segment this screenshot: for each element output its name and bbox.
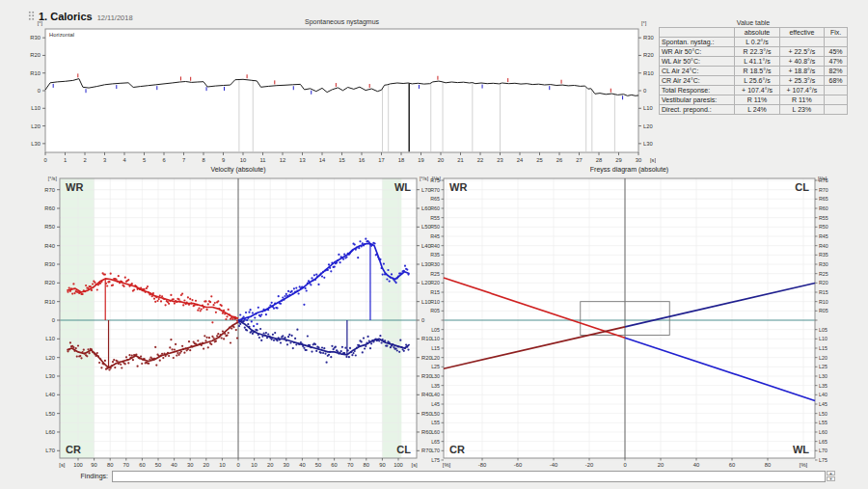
row-label: WL Air 50°C: <box>660 57 735 67</box>
row-value: L 24% <box>735 105 779 115</box>
svg-text:L60: L60 <box>819 429 827 435</box>
svg-text:R10: R10 <box>44 299 55 305</box>
svg-text:5: 5 <box>143 157 146 163</box>
svg-text:CR: CR <box>449 444 465 455</box>
svg-text:[°/s]: [°/s] <box>432 176 442 181</box>
svg-text:-60: -60 <box>514 462 522 468</box>
svg-text:R20: R20 <box>430 280 440 285</box>
value-table: absoluteeffectiveFix.Spontan. nystag.:L … <box>659 27 848 115</box>
svg-text:WL: WL <box>793 444 809 455</box>
table-row: CL Air 24°C:R 18.5°/s+ 18.8°/s82% <box>660 67 848 76</box>
svg-text:[°/s]: [°/s] <box>818 176 827 181</box>
svg-text:R70: R70 <box>430 187 440 193</box>
row-value: L 25.6°/s <box>735 76 779 86</box>
findings-scroll-up-button[interactable]: ▲ <box>827 471 835 475</box>
svg-text:L20: L20 <box>431 355 440 361</box>
svg-text:R40: R40 <box>430 243 440 249</box>
svg-text:R45: R45 <box>430 233 440 239</box>
column-header: Fix. <box>825 28 848 38</box>
findings-scroll-down-button[interactable]: ▼ <box>827 476 835 481</box>
svg-text:L15: L15 <box>431 345 440 351</box>
svg-text:R15: R15 <box>819 289 828 295</box>
table-row: Direct. prepond.:L 24%L 23% <box>660 105 848 115</box>
svg-text:L60: L60 <box>431 429 440 435</box>
svg-text:L60: L60 <box>45 429 55 435</box>
svg-text:28: 28 <box>596 157 602 163</box>
svg-text:70: 70 <box>123 462 129 468</box>
svg-text:R10: R10 <box>430 299 440 305</box>
svg-text:WR: WR <box>66 181 83 193</box>
row-label: WR Air 50°C: <box>660 47 735 57</box>
svg-text:3: 3 <box>103 157 106 163</box>
svg-text:CL: CL <box>396 444 411 455</box>
table-row: CR Air 24°C:L 25.6°/s+ 25.3°/s68% <box>660 76 848 86</box>
row-value <box>825 95 848 105</box>
svg-text:0: 0 <box>623 462 626 468</box>
svg-text:Horizontal: Horizontal <box>49 32 74 38</box>
svg-text:40: 40 <box>171 462 176 468</box>
svg-text:CL: CL <box>795 181 809 193</box>
row-value: R 11% <box>779 95 824 105</box>
row-label: Total Response: <box>660 86 735 95</box>
svg-text:[s]: [s] <box>59 462 66 468</box>
svg-text:2: 2 <box>83 157 86 163</box>
svg-text:L70: L70 <box>45 448 55 453</box>
svg-text:10: 10 <box>251 462 257 468</box>
svg-text:[s]: [s] <box>650 157 656 163</box>
svg-text:14: 14 <box>319 157 326 163</box>
svg-text:21: 21 <box>457 157 463 163</box>
svg-text:[%]: [%] <box>800 462 808 468</box>
svg-text:L35: L35 <box>819 383 827 389</box>
row-value: 68% <box>825 76 848 86</box>
row-value <box>825 105 848 115</box>
svg-text:R05: R05 <box>430 308 440 313</box>
row-value: + 107.4°/s <box>779 86 824 95</box>
row-value: L 23% <box>779 105 824 115</box>
spontaneous-nystagmus-chart: R30R30R20R20R10R1000L10L10L20L20L30L30[°… <box>27 17 656 174</box>
column-header: absolute <box>735 28 779 38</box>
svg-text:L20: L20 <box>643 123 653 129</box>
svg-text:60: 60 <box>139 462 145 468</box>
svg-text:R35: R35 <box>819 252 828 258</box>
svg-text:12: 12 <box>280 157 285 163</box>
svg-text:R55: R55 <box>430 215 440 221</box>
svg-text:R25: R25 <box>819 271 828 277</box>
svg-text:R55: R55 <box>819 215 828 221</box>
svg-text:R65: R65 <box>430 196 440 202</box>
svg-text:90: 90 <box>91 462 96 468</box>
svg-text:6: 6 <box>162 157 165 163</box>
svg-text:-20: -20 <box>585 462 593 468</box>
svg-text:18: 18 <box>398 157 404 163</box>
table-row: WL Air 50°C:L 41.1°/s+ 40.8°/s47% <box>660 57 848 67</box>
svg-text:R60: R60 <box>430 205 440 211</box>
svg-text:60: 60 <box>729 462 735 468</box>
svg-text:R35: R35 <box>430 252 440 258</box>
svg-text:9: 9 <box>222 157 225 163</box>
svg-text:R30: R30 <box>819 261 828 267</box>
findings-input[interactable] <box>112 471 826 482</box>
svg-text:L25: L25 <box>431 364 440 369</box>
svg-text:26: 26 <box>556 157 562 163</box>
svg-text:CR: CR <box>66 444 81 455</box>
svg-text:L75: L75 <box>431 457 440 463</box>
row-value: R 18.5°/s <box>735 67 779 76</box>
svg-text:L10: L10 <box>431 336 440 341</box>
row-label: CL Air 24°C: <box>660 67 735 76</box>
svg-text:L65: L65 <box>431 439 440 445</box>
svg-text:R10: R10 <box>30 70 41 76</box>
svg-text:11: 11 <box>259 157 265 163</box>
row-value <box>779 38 824 47</box>
svg-text:20: 20 <box>267 462 273 468</box>
svg-text:R40: R40 <box>819 243 828 249</box>
svg-text:20: 20 <box>438 157 444 163</box>
svg-text:L55: L55 <box>819 420 827 425</box>
svg-text:R20: R20 <box>643 52 654 58</box>
velocity-section-title: Velocity (absolute) <box>60 166 417 173</box>
svg-text:L15: L15 <box>819 345 827 351</box>
svg-text:[°/s]: [°/s] <box>48 176 58 181</box>
svg-text:8: 8 <box>202 157 204 163</box>
svg-text:50: 50 <box>315 462 321 468</box>
svg-text:0: 0 <box>236 462 239 468</box>
svg-text:0: 0 <box>52 317 55 323</box>
svg-text:WR: WR <box>449 181 467 193</box>
